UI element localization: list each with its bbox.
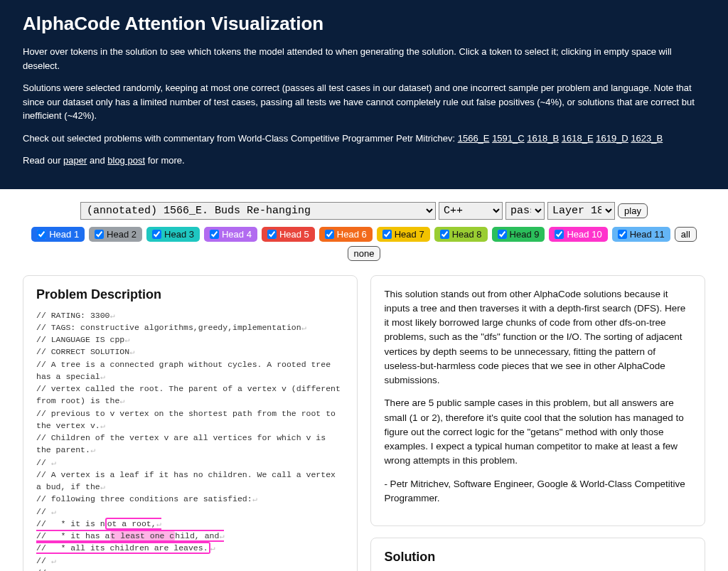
head-checkbox-3[interactable] (152, 230, 161, 239)
head-checkbox-2[interactable] (95, 230, 104, 239)
layer-select[interactable]: Layer 18 (547, 202, 615, 220)
head-chip-5[interactable]: Head 5 (262, 227, 315, 242)
language-select[interactable]: C++ (439, 202, 503, 220)
head-label: Head 2 (107, 229, 136, 240)
read-more-line: Read our paper and blog post for more. (23, 154, 705, 168)
page-title: AlphaCode Attention Visualization (23, 13, 705, 35)
head-checkbox-7[interactable] (382, 230, 392, 239)
all-heads-button[interactable]: all (675, 227, 697, 242)
head-checkbox-5[interactable] (267, 230, 277, 239)
head-chip-1[interactable]: Head 1 (31, 227, 85, 242)
head-label: Head 7 (395, 229, 424, 240)
dataset-note: Solutions were selected randomly, keepin… (23, 81, 705, 123)
commentary-p1: This solution stands out from other Alph… (384, 287, 692, 388)
problem-select[interactable]: (annotated) 1566_E. Buds Re-hanging (80, 202, 436, 220)
problem-heading: Problem Description (36, 287, 344, 302)
link-1566e[interactable]: 1566_E (458, 133, 490, 144)
head-label: Head 9 (510, 229, 540, 240)
link-1623b[interactable]: 1623_B (631, 133, 663, 144)
head-chip-9[interactable]: Head 9 (492, 227, 545, 242)
link-1618e[interactable]: 1618_E (562, 133, 594, 144)
head-checkbox-4[interactable] (210, 230, 219, 239)
page-header: AlphaCode Attention Visualization Hover … (0, 0, 728, 189)
problem-text[interactable]: // RATING: 3300↵ // TAGS: constructive a… (36, 309, 344, 572)
blog-link[interactable]: blog post (107, 155, 145, 166)
commentary-p2: There are 5 public sample cases in this … (384, 396, 692, 468)
head-chip-3[interactable]: Head 3 (146, 227, 200, 242)
commentary-links-line: Check out selected problems with comment… (23, 132, 705, 146)
head-chip-7[interactable]: Head 7 (377, 227, 430, 242)
head-label: Head 3 (164, 229, 194, 240)
head-checkbox-8[interactable] (440, 230, 449, 239)
head-checkbox-11[interactable] (618, 230, 627, 239)
head-label: Head 11 (630, 229, 665, 240)
head-chip-10[interactable]: Head 10 (549, 227, 607, 242)
head-checkbox-9[interactable] (498, 230, 507, 239)
result-select[interactable]: pass (505, 202, 545, 220)
head-label: Head 8 (452, 229, 482, 240)
none-heads-button[interactable]: none (348, 246, 381, 261)
head-label: Head 1 (49, 229, 79, 240)
solution-panel: Solution #include <bits/stdc++.h>↵ using… (370, 538, 705, 571)
link-1618b[interactable]: 1618_B (527, 133, 559, 144)
solution-heading: Solution (384, 550, 692, 565)
commentary-panel: This solution stands out from other Alph… (370, 275, 705, 527)
head-chip-6[interactable]: Head 6 (319, 227, 373, 242)
head-checkbox-6[interactable] (325, 230, 334, 239)
paper-link[interactable]: paper (63, 155, 87, 166)
toolbar: (annotated) 1566_E. Buds Re-hanging C++ … (0, 189, 728, 268)
head-label: Head 4 (222, 229, 252, 240)
commentary-signature: - Petr Mitrichev, Software Engineer, Goo… (384, 477, 692, 506)
problem-panel: Problem Description // RATING: 3300↵ // … (23, 275, 358, 572)
head-chip-2[interactable]: Head 2 (89, 227, 142, 242)
link-1591c[interactable]: 1591_C (492, 133, 525, 144)
head-checkbox-10[interactable] (555, 230, 564, 239)
head-checkbox-1[interactable] (37, 230, 46, 239)
head-chip-11[interactable]: Head 11 (612, 227, 670, 242)
play-button[interactable]: play (618, 203, 648, 218)
intro-text: Hover over tokens in the solution to see… (23, 45, 705, 73)
head-label: Head 6 (337, 229, 367, 240)
link-1619d[interactable]: 1619_D (596, 133, 628, 144)
head-label: Head 10 (567, 229, 601, 240)
head-label: Head 5 (279, 229, 309, 240)
head-chip-8[interactable]: Head 8 (434, 227, 488, 242)
heads-row: Head 1Head 2Head 3Head 4Head 5Head 6Head… (14, 227, 714, 261)
head-chip-4[interactable]: Head 4 (204, 227, 257, 242)
